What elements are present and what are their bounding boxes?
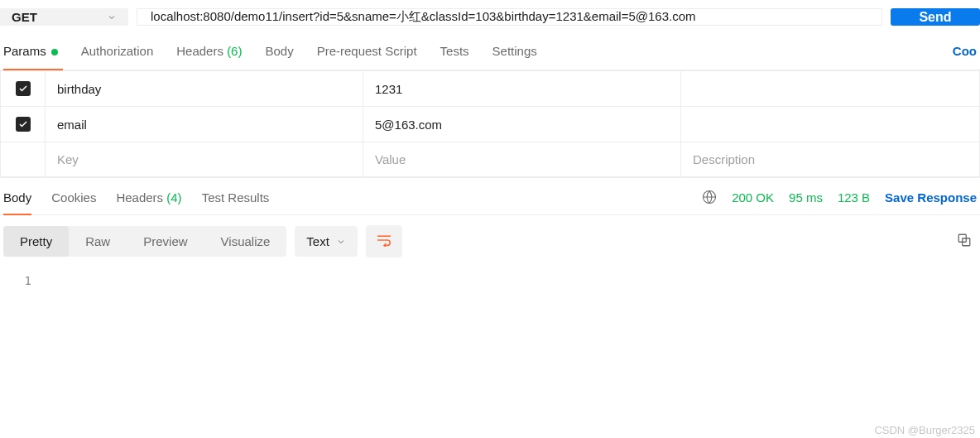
view-preview[interactable]: Preview xyxy=(127,226,204,257)
params-modified-dot xyxy=(51,49,58,55)
tab-body[interactable]: Body xyxy=(265,44,293,70)
send-button[interactable]: Send xyxy=(891,8,980,26)
copy-response-button[interactable] xyxy=(952,228,977,255)
table-row: birthday 1231 xyxy=(1,71,980,107)
params-table: birthday 1231 email 5@163.com Key Value … xyxy=(0,70,980,177)
watermark: CSDN @Burger2325 xyxy=(874,424,975,436)
url-input[interactable]: localhost:8080/demo11/insert?id=5&sname=… xyxy=(137,8,882,26)
tab-tests[interactable]: Tests xyxy=(440,44,469,70)
url-text: localhost:8080/demo11/insert?id=5&sname=… xyxy=(151,9,696,25)
line-number: 1 xyxy=(0,274,41,287)
param-key-cell[interactable]: email xyxy=(46,107,363,142)
chevron-down-icon xyxy=(107,12,117,22)
view-mode-tabs: Pretty Raw Preview Visualize xyxy=(3,226,286,257)
status-code: 200 OK xyxy=(732,190,774,205)
response-type-select[interactable]: Text xyxy=(295,226,358,257)
param-value-cell[interactable]: 5@163.com xyxy=(363,107,681,142)
resp-tab-cookies[interactable]: Cookies xyxy=(51,190,96,214)
tab-headers[interactable]: Headers (6) xyxy=(176,44,242,70)
tab-settings[interactable]: Settings xyxy=(492,44,537,70)
tab-prerequest[interactable]: Pre-request Script xyxy=(317,44,417,70)
param-desc-cell[interactable] xyxy=(681,71,980,107)
wrap-icon xyxy=(376,233,392,247)
view-toolbar: Pretty Raw Preview Visualize Text xyxy=(0,215,980,267)
view-visualize[interactable]: Visualize xyxy=(204,226,287,257)
globe-icon[interactable] xyxy=(702,190,717,205)
param-desc-placeholder[interactable]: Description xyxy=(681,142,980,177)
param-value-placeholder[interactable]: Value xyxy=(363,142,681,177)
resp-tab-headers[interactable]: Headers (4) xyxy=(116,190,181,214)
param-value-cell[interactable]: 1231 xyxy=(363,71,681,107)
param-enabled-checkbox[interactable] xyxy=(1,71,46,107)
chevron-down-icon xyxy=(336,237,346,247)
resp-tab-body[interactable]: Body xyxy=(3,190,31,214)
save-response-link[interactable]: Save Response xyxy=(885,190,977,205)
wrap-lines-button[interactable] xyxy=(366,225,402,258)
response-body[interactable]: 1 xyxy=(0,267,980,294)
request-tabs: Params Authorization Headers (6) Body Pr… xyxy=(0,34,980,70)
tab-authorization[interactable]: Authorization xyxy=(81,44,154,70)
resp-tab-tests[interactable]: Test Results xyxy=(202,190,270,214)
method-select[interactable]: GET xyxy=(0,8,128,26)
check-icon xyxy=(18,119,28,129)
table-row-placeholder: Key Value Description xyxy=(1,142,980,177)
method-label: GET xyxy=(12,10,37,24)
tab-params[interactable]: Params xyxy=(3,44,58,70)
response-tabs: Body Cookies Headers (4) Test Results 20… xyxy=(0,177,980,215)
check-icon xyxy=(18,84,28,94)
status-time: 95 ms xyxy=(789,190,823,205)
view-raw[interactable]: Raw xyxy=(69,226,127,257)
param-key-cell[interactable]: birthday xyxy=(46,71,363,107)
param-key-placeholder[interactable]: Key xyxy=(46,142,363,177)
copy-icon xyxy=(957,233,972,248)
param-desc-cell[interactable] xyxy=(681,107,980,142)
param-enabled-checkbox[interactable] xyxy=(1,107,46,142)
status-size: 123 B xyxy=(838,190,870,205)
cookies-link[interactable]: Coo xyxy=(953,44,977,70)
view-pretty[interactable]: Pretty xyxy=(3,226,69,257)
table-row: email 5@163.com xyxy=(1,107,980,142)
